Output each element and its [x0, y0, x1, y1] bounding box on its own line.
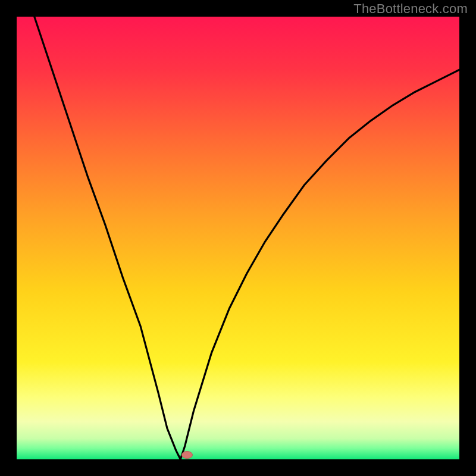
chart-frame: TheBottleneck.com — [0, 0, 476, 476]
plot-background — [17, 17, 459, 459]
bottleneck-chart — [0, 0, 476, 476]
attribution-text: TheBottleneck.com — [353, 1, 468, 17]
optimum-marker — [181, 452, 192, 459]
